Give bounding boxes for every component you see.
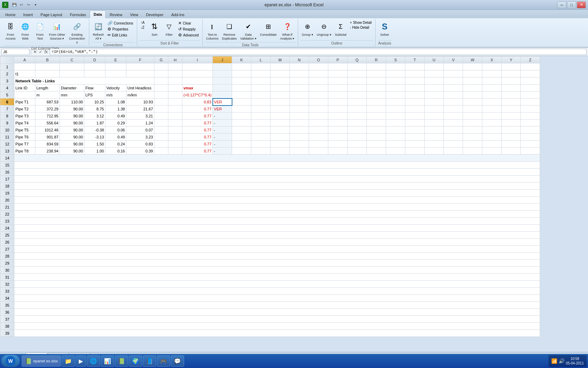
cell-S13[interactable] <box>386 148 405 155</box>
cell-J4[interactable] <box>213 84 232 91</box>
tab-developer[interactable]: Developer <box>142 11 167 18</box>
cell-X9[interactable] <box>482 120 502 127</box>
cell-S4[interactable] <box>386 84 405 91</box>
cell-K9[interactable] <box>232 120 251 127</box>
cell-L11[interactable] <box>251 134 271 141</box>
cell-X7[interactable] <box>482 105 502 113</box>
cell-C10[interactable]: 90.00 <box>60 127 84 134</box>
cell-Z13[interactable] <box>521 148 540 155</box>
cell-W6[interactable] <box>463 98 482 105</box>
cell-U10[interactable] <box>425 127 444 134</box>
cell-V2[interactable] <box>444 70 463 77</box>
cell-N5[interactable] <box>290 91 309 98</box>
col-header-M[interactable]: M <box>271 56 290 63</box>
taskbar-excel2-item[interactable]: 📗 <box>115 355 128 367</box>
cell-J1[interactable] <box>213 63 232 70</box>
cell-G10[interactable] <box>154 127 168 134</box>
row-num-13[interactable]: 13 <box>0 148 14 155</box>
cell-B1[interactable] <box>35 63 60 70</box>
col-header-R[interactable]: R <box>367 56 386 63</box>
cell-O11[interactable] <box>309 134 328 141</box>
row-num-16[interactable]: 16 <box>0 169 14 176</box>
cell-I7[interactable]: 0.77 <box>182 105 213 113</box>
cell-T7[interactable] <box>405 105 425 113</box>
cell-C5[interactable]: mm <box>60 91 84 98</box>
cell-P3[interactable] <box>328 77 348 84</box>
cell-O1[interactable] <box>309 63 328 70</box>
cell-Q6[interactable] <box>348 98 367 105</box>
cell-row24-rest[interactable] <box>14 225 540 232</box>
row-num-23[interactable]: 23 <box>0 218 14 225</box>
cell-X1[interactable] <box>482 63 502 70</box>
cell-Y13[interactable] <box>502 148 521 155</box>
cell-I1[interactable] <box>182 63 213 70</box>
cell-D6[interactable]: 10.25 <box>84 98 105 105</box>
cell-W8[interactable] <box>463 113 482 120</box>
cell-K4[interactable] <box>232 84 251 91</box>
taskbar-game-item[interactable]: 🎮 <box>157 355 170 367</box>
cell-J6[interactable]: VER <box>213 98 232 105</box>
cell-Y8[interactable] <box>502 113 521 120</box>
cell-C4[interactable]: Diameter <box>60 84 84 91</box>
col-header-N[interactable]: N <box>290 56 309 63</box>
cell-row28-rest[interactable] <box>14 253 540 260</box>
cell-C8[interactable]: 90.00 <box>60 113 84 120</box>
cell-P10[interactable] <box>328 127 348 134</box>
row-num-19[interactable]: 19 <box>0 190 14 197</box>
cell-T6[interactable] <box>405 98 425 105</box>
cell-G11[interactable] <box>154 134 168 141</box>
cell-L9[interactable] <box>251 120 271 127</box>
row-num-30[interactable]: 30 <box>0 267 14 274</box>
cell-F13[interactable]: 0.39 <box>126 148 154 155</box>
cell-R10[interactable] <box>367 127 386 134</box>
cell-F10[interactable]: 0.07 <box>126 127 154 134</box>
cell-row16-rest[interactable] <box>14 169 540 176</box>
cell-H3[interactable] <box>168 77 182 84</box>
cell-S6[interactable] <box>386 98 405 105</box>
cell-row18-rest[interactable] <box>14 183 540 190</box>
cell-N9[interactable] <box>290 120 309 127</box>
cell-C12[interactable]: 90.00 <box>60 141 84 148</box>
cell-L2[interactable] <box>251 70 271 77</box>
cell-Z6[interactable] <box>521 98 540 105</box>
cell-K1[interactable] <box>232 63 251 70</box>
cell-H1[interactable] <box>168 63 182 70</box>
grid-scroll[interactable]: A B C D E F G H I J K L M N O P Q <box>0 56 588 352</box>
taskbar-explorer-item[interactable]: 📁 <box>62 355 75 367</box>
cell-U3[interactable] <box>425 77 444 84</box>
cell-Z10[interactable] <box>521 127 540 134</box>
cell-row39-rest[interactable] <box>14 330 540 337</box>
cell-E8[interactable]: 0.49 <box>105 113 126 120</box>
cell-row17-rest[interactable] <box>14 176 540 183</box>
cell-A9[interactable]: Pipe T4 <box>14 120 35 127</box>
cell-P1[interactable] <box>328 63 348 70</box>
tab-page-layout[interactable]: Page Layout <box>37 11 66 18</box>
cell-V6[interactable] <box>444 98 463 105</box>
sort-asc-button[interactable]: ↑A <box>139 20 146 25</box>
row-num-36[interactable]: 36 <box>0 309 14 316</box>
cell-D12[interactable]: 1.50 <box>84 141 105 148</box>
cell-Z12[interactable] <box>521 141 540 148</box>
cell-H11[interactable] <box>168 134 182 141</box>
cell-L1[interactable] <box>251 63 271 70</box>
col-header-Q[interactable]: Q <box>348 56 367 63</box>
cell-K10[interactable] <box>232 127 251 134</box>
cell-D11[interactable]: -3.13 <box>84 134 105 141</box>
cell-U11[interactable] <box>425 134 444 141</box>
cell-E9[interactable]: 0.29 <box>105 120 126 127</box>
cell-A5[interactable] <box>14 91 35 98</box>
row-num-38[interactable]: 38 <box>0 323 14 330</box>
cell-A8[interactable]: Pipe T3 <box>14 113 35 120</box>
cell-V3[interactable] <box>444 77 463 84</box>
cell-Z1[interactable] <box>521 63 540 70</box>
undo-qa-btn[interactable]: ↩ <box>18 2 24 8</box>
cell-O9[interactable] <box>309 120 328 127</box>
cell-X8[interactable] <box>482 113 502 120</box>
cell-B6[interactable]: 687.53 <box>35 98 60 105</box>
cell-L10[interactable] <box>251 127 271 134</box>
cell-B13[interactable]: 238.94 <box>35 148 60 155</box>
cell-Y2[interactable] <box>502 70 521 77</box>
cell-F8[interactable]: 3.21 <box>126 113 154 120</box>
minimize-btn[interactable]: ─ <box>557 1 566 8</box>
col-header-E[interactable]: E <box>105 56 126 63</box>
